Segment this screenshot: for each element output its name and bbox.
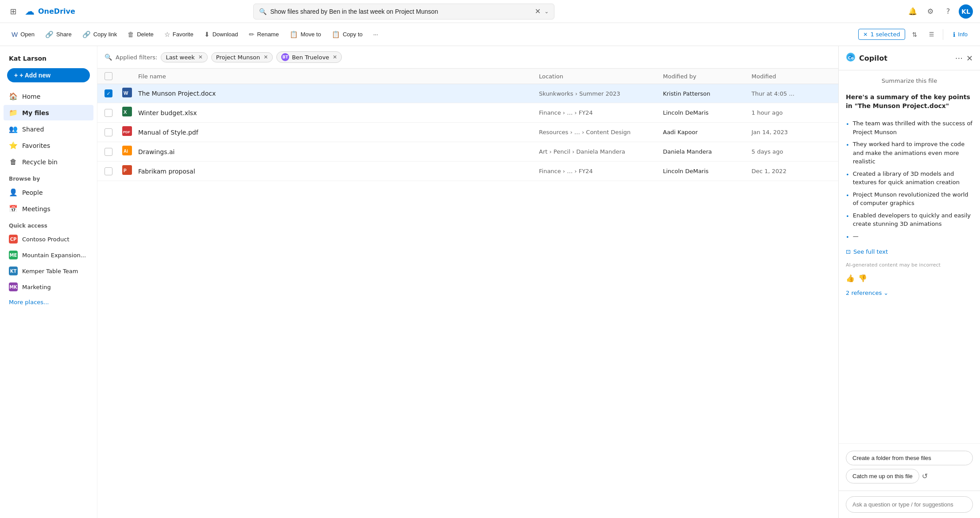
quick-access-kemper[interactable]: KT Kemper Table Team bbox=[4, 263, 93, 278]
sidebar-item-people[interactable]: 👤 People bbox=[4, 185, 93, 200]
row2-checkbox[interactable] bbox=[105, 109, 122, 117]
selected-count: 1 selected bbox=[870, 31, 900, 38]
feedback-row: 👍 👎 bbox=[846, 274, 973, 282]
open-button[interactable]: W Open bbox=[7, 28, 39, 41]
row4-filename: Drawings.ai bbox=[138, 148, 539, 155]
row4-checkbox[interactable] bbox=[105, 148, 122, 156]
copilot-menu-icon[interactable]: ··· bbox=[955, 54, 963, 63]
onedrive-cloud-icon: ☁ bbox=[25, 6, 35, 17]
open-icon: W bbox=[12, 31, 18, 38]
select-all-checkbox[interactable] bbox=[105, 72, 122, 80]
row3-checkbox[interactable] bbox=[105, 128, 122, 136]
suggestion-catchup-button[interactable]: Catch me up on this file bbox=[846, 469, 919, 483]
quick-access-marketing-label: Marketing bbox=[22, 284, 51, 290]
rename-button[interactable]: ✏ Rename bbox=[244, 28, 283, 41]
search-chevron-icon[interactable]: ⌄ bbox=[544, 8, 549, 15]
rename-icon: ✏ bbox=[249, 31, 255, 39]
copilot-close-icon[interactable]: ✕ bbox=[966, 54, 973, 63]
svg-text:Co: Co bbox=[848, 56, 854, 60]
references-row[interactable]: 2 references ⌄ bbox=[846, 290, 973, 296]
table-row[interactable]: Ai Drawings.ai Art › Pencil › Daniela Ma… bbox=[97, 142, 838, 162]
search-icon: 🔍 bbox=[259, 8, 267, 15]
search-bar[interactable]: 🔍 ✕ ⌄ bbox=[253, 4, 554, 19]
file-table: File name Location Modified by Modified … bbox=[97, 69, 838, 518]
table-row[interactable]: ✓ W The Munson Project.docx Skunkworks ›… bbox=[97, 84, 838, 103]
share-button[interactable]: 🔗 Share bbox=[41, 28, 76, 41]
row1-modified: Thur at 4:05 ... bbox=[751, 90, 831, 97]
sidebar-item-meetings[interactable]: 📅 Meetings bbox=[4, 201, 93, 216]
suggestion-folder-button[interactable]: Create a folder from these files bbox=[846, 451, 973, 465]
notifications-icon[interactable]: 🔔 bbox=[906, 4, 920, 19]
search-clear-icon[interactable]: ✕ bbox=[535, 7, 541, 15]
filter-chip-lastweek[interactable]: Last week ✕ bbox=[161, 52, 207, 62]
add-new-button[interactable]: + + Add new bbox=[7, 68, 90, 82]
app-grid-icon[interactable]: ⊞ bbox=[7, 5, 19, 18]
sidebar-username: Kat Larson bbox=[4, 51, 93, 67]
filter-chip-lastweek-close[interactable]: ✕ bbox=[198, 54, 203, 60]
delete-button[interactable]: 🗑 Delete bbox=[123, 28, 158, 41]
filter-chip-person-close[interactable]: ✕ bbox=[333, 54, 337, 60]
more-places-link[interactable]: More places... bbox=[4, 295, 93, 309]
search-input[interactable] bbox=[270, 8, 531, 15]
sidebar-item-home[interactable]: 🏠 Home bbox=[4, 89, 93, 104]
filter-chip-person[interactable]: BT Ben Truelove ✕ bbox=[276, 51, 342, 63]
sidebar: Kat Larson + + Add new 🏠 Home 📁 My files… bbox=[0, 46, 97, 518]
sidebar-item-myfiles[interactable]: 📁 My files bbox=[4, 105, 93, 120]
excel-file-icon: X bbox=[122, 107, 138, 119]
row4-modifier: Daniela Mandera bbox=[663, 148, 751, 155]
bullet-3: •Created a library of 3D models and text… bbox=[846, 170, 973, 187]
suggestion-refresh-icon[interactable]: ↺ bbox=[922, 472, 928, 480]
download-button[interactable]: ⬇ Download bbox=[200, 28, 243, 41]
see-full-text-link[interactable]: ⊡ See full text bbox=[846, 248, 973, 255]
row3-modified: Jan 14, 2023 bbox=[751, 129, 831, 135]
clear-selected-icon[interactable]: ✕ bbox=[863, 31, 868, 38]
filter-chip-project-close[interactable]: ✕ bbox=[263, 54, 268, 60]
help-icon[interactable]: ? bbox=[941, 4, 955, 19]
more-button[interactable]: ··· bbox=[369, 28, 383, 40]
row5-checkbox[interactable] bbox=[105, 167, 122, 175]
info-button[interactable]: ℹ Info bbox=[948, 28, 973, 41]
filename-header[interactable]: File name bbox=[138, 73, 539, 80]
pdf-file-icon: PDF bbox=[122, 126, 138, 138]
copy-link-button[interactable]: 🔗 Copy link bbox=[78, 28, 121, 41]
sort-button[interactable]: ⇅ bbox=[908, 27, 922, 42]
filter-chip-project[interactable]: Project Munson ✕ bbox=[211, 52, 273, 62]
modified-header[interactable]: Modified bbox=[751, 73, 831, 80]
ppt-file-icon: P bbox=[122, 165, 138, 177]
sidebar-item-recycle[interactable]: 🗑 Recycle bin bbox=[4, 154, 93, 170]
see-full-text-icon: ⊡ bbox=[846, 248, 851, 255]
copilot-logo-icon: Co bbox=[846, 52, 856, 64]
meetings-icon: 📅 bbox=[9, 205, 18, 213]
sidebar-item-favorites[interactable]: ⭐ Favorites bbox=[4, 138, 93, 153]
top-right-actions: 🔔 ⚙ ? KL bbox=[906, 4, 973, 19]
quick-access-contoso[interactable]: CP Contoso Product bbox=[4, 232, 93, 247]
sidebar-item-shared-label: Shared bbox=[22, 126, 44, 133]
move-to-button[interactable]: 📋 Move to bbox=[285, 28, 325, 41]
location-header[interactable]: Location bbox=[539, 73, 663, 80]
favorite-button[interactable]: ☆ Favorite bbox=[160, 28, 198, 41]
quick-access-marketing[interactable]: MK Marketing bbox=[4, 279, 93, 294]
thumbup-button[interactable]: 👍 bbox=[846, 274, 855, 282]
shared-icon: 👥 bbox=[9, 125, 18, 133]
selected-badge[interactable]: ✕ 1 selected bbox=[858, 29, 905, 40]
copilot-header: Co Copilot ··· ✕ bbox=[839, 46, 980, 70]
view-button[interactable]: ☰ bbox=[925, 29, 939, 39]
copilot-input[interactable] bbox=[846, 496, 973, 513]
svg-text:Ai: Ai bbox=[124, 149, 128, 154]
settings-icon[interactable]: ⚙ bbox=[923, 4, 937, 19]
kemper-avatar: KT bbox=[9, 267, 18, 275]
table-row[interactable]: X Winter budget.xlsx Finance › … › FY24 … bbox=[97, 103, 838, 123]
user-avatar[interactable]: KL bbox=[959, 4, 973, 19]
main-layout: Kat Larson + + Add new 🏠 Home 📁 My files… bbox=[0, 46, 980, 518]
table-row[interactable]: P Fabrikam proposal Finance › … › FY24 L… bbox=[97, 162, 838, 181]
modifiedby-header[interactable]: Modified by bbox=[663, 73, 751, 80]
thumbdown-button[interactable]: 👎 bbox=[858, 274, 867, 282]
quick-access-mountain[interactable]: ME Mountain Expansion... bbox=[4, 247, 93, 263]
sidebar-item-shared[interactable]: 👥 Shared bbox=[4, 121, 93, 137]
home-icon: 🏠 bbox=[9, 92, 18, 101]
table-header: File name Location Modified by Modified bbox=[97, 69, 838, 84]
download-icon: ⬇ bbox=[204, 31, 210, 39]
row1-checkbox[interactable]: ✓ bbox=[105, 89, 122, 97]
table-row[interactable]: PDF Manual of Style.pdf Resources › … › … bbox=[97, 123, 838, 142]
copy-to-button[interactable]: 📋 Copy to bbox=[327, 28, 367, 41]
